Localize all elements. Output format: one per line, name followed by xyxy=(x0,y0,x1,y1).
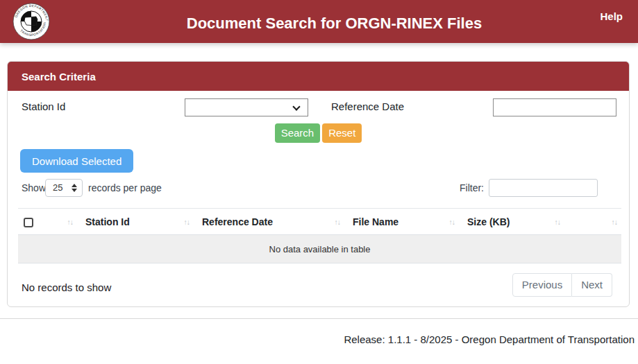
page-size-value: 25 xyxy=(53,180,62,196)
column-label: Reference Date xyxy=(202,216,273,227)
help-link[interactable]: Help xyxy=(600,10,623,22)
records-summary: No records to show xyxy=(22,281,111,293)
column-header-station-id[interactable]: Station Id ↑↓ xyxy=(77,209,194,235)
footer-divider xyxy=(0,318,638,319)
search-card: Search Criteria Station Id Reference Dat… xyxy=(7,61,630,307)
filter-label: Filter: xyxy=(460,179,484,197)
column-header-reference-date[interactable]: Reference Date ↑↓ xyxy=(194,209,344,235)
search-criteria-header: Search Criteria xyxy=(8,62,629,91)
app-header: OREGON DEPARTMENT OF TRANSPORTATION Docu… xyxy=(0,0,638,43)
chevron-down-icon xyxy=(292,103,300,110)
sort-icon[interactable]: ↑↓ xyxy=(612,218,618,226)
show-label: Show xyxy=(22,179,46,197)
table-header-row: ↑↓ Station Id ↑↓ Reference Date ↑↓ File … xyxy=(18,209,621,235)
reference-date-label: Reference Date xyxy=(331,98,404,116)
column-header-file-name[interactable]: File Name ↑↓ xyxy=(344,209,459,235)
previous-page-button[interactable]: Previous xyxy=(512,273,572,297)
page-title: Document Search for ORGN-RINEX Files xyxy=(187,15,482,33)
empty-table-message: No data available in table xyxy=(18,235,621,263)
select-all-checkbox[interactable] xyxy=(24,218,33,227)
records-per-page-label: records per page xyxy=(88,179,162,197)
download-selected-button[interactable]: Download Selected xyxy=(20,149,133,173)
results-table: ↑↓ Station Id ↑↓ Reference Date ↑↓ File … xyxy=(18,208,621,263)
column-label: Size (KB) xyxy=(467,216,510,227)
reset-button[interactable]: Reset xyxy=(322,123,362,143)
sort-icon[interactable]: ↑↓ xyxy=(67,218,74,226)
column-header-size-kb[interactable]: Size (KB) ↑↓ xyxy=(459,209,564,235)
sort-icon[interactable]: ↑↓ xyxy=(335,218,341,226)
empty-table-row: No data available in table xyxy=(18,235,621,263)
odot-seal-logo: OREGON DEPARTMENT OF TRANSPORTATION xyxy=(12,3,50,40)
pagination: Previous Next xyxy=(512,273,612,297)
column-label: Station Id xyxy=(85,216,130,227)
sort-icon[interactable]: ↑↓ xyxy=(184,218,190,226)
filter-input[interactable] xyxy=(489,179,598,197)
station-id-label: Station Id xyxy=(22,98,65,116)
reference-date-input[interactable] xyxy=(493,98,616,116)
spinner-arrows-icon xyxy=(72,184,77,192)
station-id-select[interactable] xyxy=(185,98,308,116)
sort-icon[interactable]: ↑↓ xyxy=(449,218,455,226)
search-criteria-title: Search Criteria xyxy=(22,71,96,83)
next-page-button[interactable]: Next xyxy=(572,273,612,297)
column-header-select-all[interactable]: ↑↓ xyxy=(18,209,77,235)
search-button[interactable]: Search xyxy=(275,123,321,143)
column-label: File Name xyxy=(353,216,398,227)
search-buttons-row: Search Reset xyxy=(8,123,629,143)
sort-icon[interactable]: ↑↓ xyxy=(555,218,561,226)
column-header-actions[interactable]: ↑↓ xyxy=(564,209,621,235)
page-size-select[interactable]: 25 xyxy=(45,179,83,197)
odot-seal-icon: OREGON DEPARTMENT OF TRANSPORTATION xyxy=(12,3,50,40)
footer-release-text: Release: 1.1.1 - 8/2025 - Oregon Departm… xyxy=(344,333,635,345)
